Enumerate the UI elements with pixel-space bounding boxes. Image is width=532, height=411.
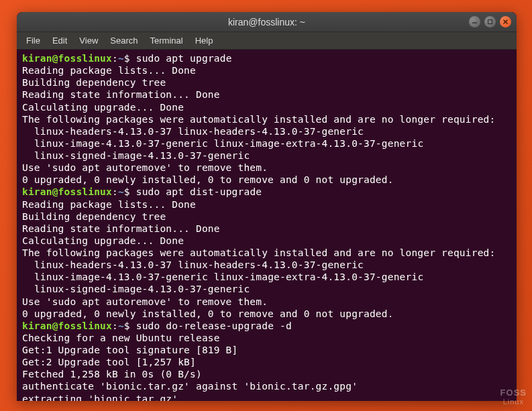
output-line: Reading package lists... Done bbox=[22, 198, 511, 211]
menubar: File Edit View Search Terminal Help bbox=[17, 32, 517, 50]
output-line: Use 'sudo apt autoremove' to remove them… bbox=[22, 162, 511, 174]
output-line: linux-headers-4.13.0-37 linux-headers-4.… bbox=[22, 259, 511, 271]
output-line: extracting 'bionic.tar.gz' bbox=[22, 393, 511, 402]
output-line: Reading state information... Done bbox=[22, 223, 511, 235]
output-line: 0 upgraded, 0 newly installed, 0 to remo… bbox=[22, 308, 511, 320]
output-line: The following packages were automaticall… bbox=[22, 113, 511, 125]
output-line: linux-image-4.13.0-37-generic linux-imag… bbox=[22, 271, 511, 283]
output-line: Get:1 Upgrade tool signature [819 B] bbox=[22, 344, 511, 356]
command-text: sudo apt dist-upgrade bbox=[136, 186, 262, 197]
output-line: Use 'sudo apt autoremove' to remove them… bbox=[22, 296, 511, 308]
close-button[interactable] bbox=[500, 16, 511, 27]
output-line: Building dependency tree bbox=[22, 211, 511, 223]
command-text: sudo do-release-upgrade -d bbox=[136, 320, 292, 331]
output-line: Building dependency tree bbox=[22, 76, 511, 89]
window-title: kiran@fosslinux: ~ bbox=[228, 17, 305, 27]
menu-terminal[interactable]: Terminal bbox=[145, 34, 189, 48]
command-text: sudo apt upgrade bbox=[136, 53, 232, 64]
terminal-content[interactable]: kiran@fosslinux:~$ sudo apt upgrade Read… bbox=[17, 50, 517, 401]
titlebar[interactable]: kiran@fosslinux: ~ bbox=[17, 12, 517, 32]
output-line: Get:2 Upgrade tool [1,257 kB] bbox=[22, 356, 511, 368]
prompt-host: fosslinux bbox=[58, 53, 112, 64]
prompt-path: ~ bbox=[118, 53, 124, 64]
output-line: authenticate 'bionic.tar.gz' against 'bi… bbox=[22, 380, 511, 392]
prompt-line: kiran@fosslinux:~$ sudo apt dist-upgrade bbox=[22, 186, 511, 198]
watermark-top: FOSS bbox=[500, 388, 527, 398]
prompt-line: kiran@fosslinux:~$ sudo apt upgrade bbox=[22, 52, 511, 64]
prompt-line: kiran@fosslinux:~$ sudo do-release-upgra… bbox=[22, 320, 511, 332]
output-line: linux-headers-4.13.0-37 linux-headers-4.… bbox=[22, 125, 511, 137]
menu-search[interactable]: Search bbox=[105, 34, 143, 48]
output-line: Fetched 1,258 kB in 0s (0 B/s) bbox=[22, 368, 511, 380]
output-line: linux-signed-image-4.13.0-37-generic bbox=[22, 150, 511, 162]
output-line: 0 upgraded, 0 newly installed, 0 to remo… bbox=[22, 174, 511, 186]
output-line: Calculating upgrade... Done bbox=[22, 235, 511, 247]
prompt-user: kiran bbox=[22, 53, 52, 64]
menu-file[interactable]: File bbox=[21, 34, 46, 48]
watermark-bottom: Linux bbox=[500, 398, 527, 406]
maximize-button[interactable] bbox=[484, 16, 496, 27]
output-line: Reading package lists... Done bbox=[22, 64, 511, 76]
output-line: Calculating upgrade... Done bbox=[22, 101, 511, 113]
output-line: Checking for a new Ubuntu release bbox=[22, 332, 511, 344]
menu-view[interactable]: View bbox=[74, 34, 103, 48]
output-line: linux-image-4.13.0-37-generic linux-imag… bbox=[22, 137, 511, 150]
menu-help[interactable]: Help bbox=[190, 34, 219, 48]
watermark: FOSS Linux bbox=[500, 388, 527, 406]
minimize-button[interactable] bbox=[469, 16, 480, 27]
menu-edit[interactable]: Edit bbox=[47, 34, 72, 48]
output-line: linux-signed-image-4.13.0-37-generic bbox=[22, 283, 511, 295]
terminal-window: kiran@fosslinux: ~ File Edit View Search… bbox=[17, 12, 517, 401]
output-line: The following packages were automaticall… bbox=[22, 247, 511, 259]
window-controls bbox=[469, 16, 511, 27]
output-line: Reading state information... Done bbox=[22, 89, 511, 101]
svg-rect-1 bbox=[488, 20, 492, 24]
